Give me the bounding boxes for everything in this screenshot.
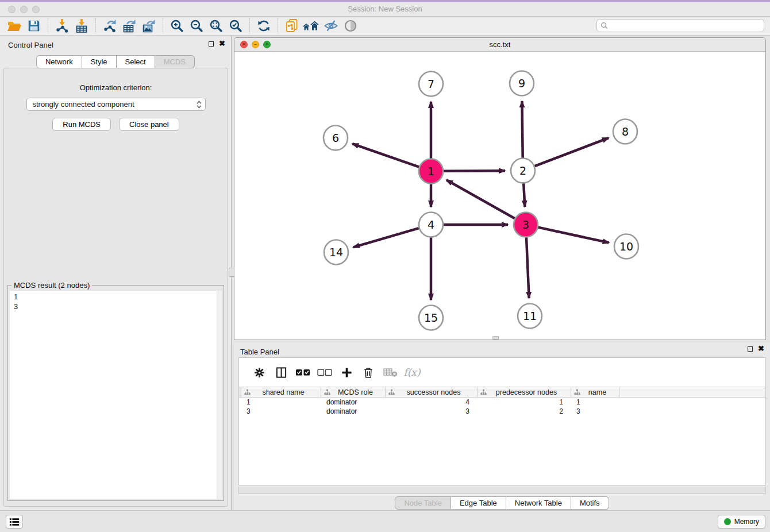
duplicate-network-icon[interactable] (282, 17, 302, 34)
table-cell[interactable]: 3 (241, 407, 321, 416)
delete-column-icon[interactable] (357, 367, 379, 379)
float-table-panel-icon[interactable] (748, 346, 753, 352)
zoom-in-icon[interactable] (167, 17, 187, 34)
table-cell[interactable]: dominator (321, 407, 386, 416)
graph-node-9[interactable]: 9 (510, 71, 534, 96)
zoom-fit-icon[interactable] (206, 17, 226, 34)
tab-style[interactable]: Style (82, 55, 117, 68)
close-table-panel-icon[interactable]: ✖ (758, 346, 764, 352)
graph-node-11[interactable]: 11 (518, 304, 542, 329)
attribute-type-icon (324, 389, 330, 395)
import-network-icon[interactable] (52, 17, 72, 34)
svg-text:15: 15 (424, 311, 438, 324)
graph-node-6[interactable]: 6 (324, 126, 348, 151)
graph-node-7[interactable]: 7 (419, 72, 443, 97)
memory-button[interactable]: Memory (718, 515, 765, 529)
network-maximize-button[interactable]: + (263, 41, 271, 48)
graph-edge-3-11[interactable] (526, 237, 529, 298)
tab-network[interactable]: Network (36, 55, 82, 68)
export-table-icon[interactable] (120, 17, 139, 34)
column-header-successor-nodes[interactable]: successor nodes (386, 387, 478, 397)
table-cell[interactable]: dominator (321, 398, 386, 407)
mcds-tab-content: Optimization criterion: strongly connect… (3, 68, 228, 507)
graph-edge-3-10[interactable] (538, 228, 609, 243)
delete-table-icon[interactable] (379, 367, 401, 377)
refresh-view-icon[interactable] (254, 17, 274, 34)
table-tab-network-table[interactable]: Network Table (506, 496, 571, 510)
tab-select[interactable]: Select (117, 55, 155, 68)
export-image-icon[interactable] (139, 17, 159, 34)
column-header-shared-name[interactable]: shared name (241, 387, 321, 397)
table-cell[interactable]: 4 (386, 398, 478, 407)
graph-edge-2-8[interactable] (535, 138, 609, 166)
svg-text:11: 11 (523, 310, 537, 322)
graph-node-10[interactable]: 10 (614, 234, 638, 259)
network-resize-grip[interactable] (492, 336, 499, 340)
graph-edge-1-2[interactable] (444, 171, 505, 171)
table-tab-motifs[interactable]: Motifs (571, 496, 609, 510)
app-titlebar: Session: New Session (0, 2, 770, 17)
task-history-button[interactable] (6, 515, 23, 529)
unselect-all-columns-icon[interactable] (314, 368, 336, 376)
column-header-predecessor-nodes[interactable]: predecessor nodes (478, 387, 571, 397)
criterion-select[interactable]: strongly connected component (26, 98, 206, 111)
graph-node-8[interactable]: 8 (613, 119, 637, 144)
zoom-selected-icon[interactable] (226, 17, 245, 34)
close-panel-icon[interactable]: ✖ (219, 41, 225, 47)
graph-node-4[interactable]: 4 (419, 213, 443, 237)
table-tab-edge-table[interactable]: Edge Table (451, 496, 506, 510)
graph-edge-3-1[interactable] (446, 180, 515, 218)
search-field[interactable] (596, 19, 764, 32)
network-canvas[interactable]: 7968124314101511 (234, 52, 765, 340)
import-table-icon[interactable] (72, 17, 91, 34)
table-hscrollbar[interactable] (238, 487, 766, 494)
float-panel-icon[interactable] (209, 41, 214, 47)
column-header-name[interactable]: name (571, 387, 619, 397)
graph-edge-1-6[interactable] (352, 144, 419, 167)
export-network-icon[interactable] (100, 17, 120, 34)
function-builder-icon[interactable]: f(x) (401, 367, 423, 378)
table-cell[interactable]: 2 (478, 407, 571, 416)
save-session-icon[interactable] (24, 17, 44, 34)
graph-node-15[interactable]: 15 (419, 306, 443, 330)
table-cell[interactable]: 1 (478, 398, 571, 407)
table-cell[interactable]: 1 (571, 398, 619, 407)
network-graph[interactable]: 7968124314101511 (234, 52, 765, 340)
run-mcds-button[interactable]: Run MCDS (52, 118, 111, 131)
table-cell[interactable]: 3 (386, 407, 478, 416)
close-panel-button[interactable]: Close panel (119, 118, 179, 131)
network-window-titlebar[interactable]: ✕ – + scc.txt (234, 38, 765, 52)
zoom-out-icon[interactable] (187, 17, 206, 34)
show-hide-panel-icon[interactable] (321, 17, 341, 34)
table-tab-node-table[interactable]: Node Table (395, 496, 451, 510)
open-session-icon[interactable] (5, 17, 24, 34)
search-input[interactable] (610, 22, 764, 30)
column-header-MCDS-role[interactable]: MCDS role (321, 387, 386, 397)
graph-node-2[interactable]: 2 (511, 159, 535, 183)
graph-edge-4-14[interactable] (353, 228, 419, 247)
table-row[interactable]: 3dominator323 (239, 407, 765, 416)
network-minimize-button[interactable]: – (252, 41, 259, 48)
tab-mcds[interactable]: MCDS (155, 55, 195, 68)
add-column-icon[interactable] (336, 367, 357, 378)
table-cell[interactable]: 3 (571, 407, 619, 416)
table-cell[interactable]: 1 (241, 398, 321, 407)
home-view-icon[interactable] (302, 17, 321, 34)
graph-node-3[interactable]: 3 (514, 213, 538, 237)
mcds-result-textarea[interactable]: 1 3 (10, 291, 222, 499)
graph-node-14[interactable]: 14 (324, 240, 348, 265)
svg-text:6: 6 (332, 132, 339, 144)
network-close-button[interactable]: ✕ (240, 41, 248, 48)
graph-node-1[interactable]: 1 (419, 159, 443, 184)
graph-edge-2-9[interactable] (522, 101, 522, 158)
result-scrollbar[interactable] (217, 291, 222, 499)
table-settings-icon[interactable] (248, 367, 270, 379)
table-row[interactable]: 1dominator411 (239, 398, 765, 407)
panel-splitter-handle[interactable] (229, 268, 234, 277)
birdseye-view-icon[interactable] (341, 17, 360, 34)
graph-edge-2-3[interactable] (523, 183, 525, 207)
table-panel-title: Table Panel (240, 348, 279, 356)
select-all-columns-icon[interactable] (292, 368, 314, 376)
split-panel-icon[interactable] (270, 367, 292, 379)
network-view-window: ✕ – + scc.txt 7968124314101511 (234, 37, 766, 340)
